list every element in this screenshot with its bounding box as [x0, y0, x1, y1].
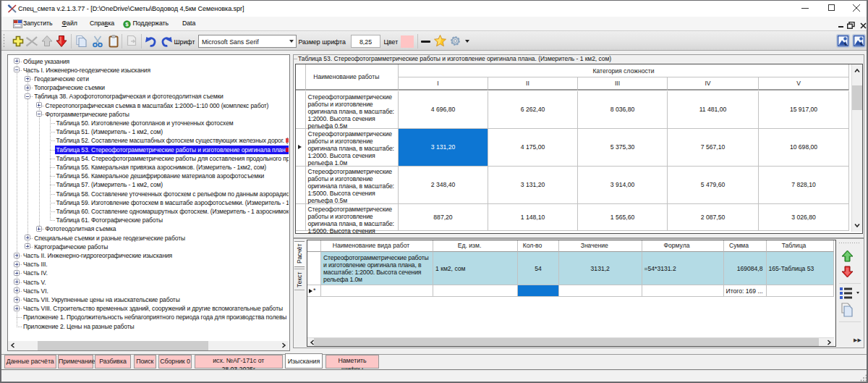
svg-text:$: $: [125, 21, 129, 28]
